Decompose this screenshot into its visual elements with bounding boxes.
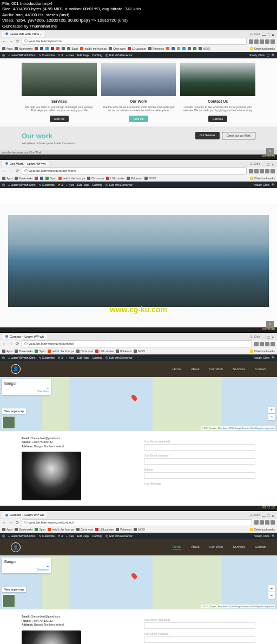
bookmark-item[interactable] <box>193 47 196 50</box>
wp-logo-icon[interactable]: ⓦ <box>2 356 5 359</box>
wp-elementor[interactable]: Ⓔ Edit with Elementor <box>105 53 133 57</box>
bookmark-item[interactable]: NOO! <box>144 177 156 180</box>
our-services-button[interactable]: Our Services <box>195 132 220 139</box>
zoom-out-button[interactable]: − <box>268 414 275 420</box>
url-input[interactable]: ⓘ youtube.learnwpw.com <box>22 38 247 45</box>
wp-avatar-icon[interactable]: ▢ <box>267 53 269 57</box>
nav-contact[interactable]: Contact <box>255 367 266 371</box>
ext-icon[interactable] <box>260 342 264 346</box>
apps-bookmark[interactable]: Apps <box>2 177 12 180</box>
bookmark-item[interactable] <box>35 177 38 180</box>
bookmark-item[interactable]: NOO! <box>134 528 145 531</box>
bookmark-item[interactable]: reddit: the front pa <box>48 528 74 531</box>
bookmark-item[interactable] <box>45 47 49 50</box>
nav-contact[interactable]: Contact <box>255 545 266 549</box>
bookmark-item[interactable] <box>56 47 60 50</box>
ext-icon[interactable] <box>249 169 253 173</box>
apps-bookmark[interactable]: Apps <box>2 350 12 353</box>
zoom-in-button[interactable]: + <box>268 585 275 592</box>
forward-icon[interactable]: → <box>9 342 13 346</box>
forward-icon[interactable]: → <box>9 169 13 173</box>
wp-new[interactable]: + New <box>66 53 74 57</box>
nav-about[interactable]: About <box>191 367 200 371</box>
bookmark-item[interactable] <box>166 47 169 50</box>
back-icon[interactable]: ← <box>2 169 6 173</box>
minimize-icon[interactable]: — <box>262 513 265 516</box>
bookmark-item[interactable]: Sport <box>35 528 45 531</box>
map-type-toggle[interactable] <box>2 594 15 607</box>
logo-icon[interactable]: 👤 <box>11 542 21 552</box>
reload-icon[interactable]: ⟳ <box>15 520 19 525</box>
close-icon[interactable]: × <box>272 162 275 165</box>
wp-search-icon[interactable]: 🔍 <box>272 534 275 538</box>
bookmark-item[interactable]: Bookmarks <box>15 177 32 180</box>
click-me-button[interactable]: Click me <box>129 116 148 122</box>
bookmark-item[interactable]: NOO! <box>134 350 145 353</box>
wp-site-link[interactable]: ⌂ Learn WP with Chris <box>8 356 36 359</box>
close-icon[interactable]: × <box>272 32 275 36</box>
bookmark-item[interactable]: Bookmarks <box>15 528 32 531</box>
wp-updates[interactable]: ⟳ 3 <box>58 183 63 186</box>
menu-icon[interactable] <box>271 169 275 173</box>
zoom-in-button[interactable]: + <box>268 407 275 413</box>
ext-icon[interactable] <box>265 39 269 44</box>
back-icon[interactable]: ← <box>2 520 6 525</box>
google-map[interactable]: Bangor ➦Directions View larger map + − ©… <box>0 377 277 431</box>
nav-home[interactable]: Home <box>173 367 181 371</box>
bookmark-item[interactable]: reddit: the front pa <box>48 350 74 353</box>
reload-icon[interactable]: ⟳ <box>15 169 19 173</box>
bookmark-item[interactable] <box>40 47 43 50</box>
wp-caching[interactable]: Caching <box>93 356 102 359</box>
menu-icon[interactable] <box>271 39 275 44</box>
back-icon[interactable]: ← <box>2 342 6 346</box>
wp-site-link[interactable]: ⌂ Learn WP with Chris <box>8 183 36 186</box>
ext-icon[interactable] <box>254 169 259 173</box>
bookmark-item[interactable]: Sport <box>45 177 56 180</box>
ext-icon[interactable] <box>260 169 264 173</box>
nav-services[interactable]: Services <box>233 545 245 549</box>
bookmark-item[interactable]: Pokemon <box>148 47 164 50</box>
maximize-icon[interactable]: □ <box>267 32 270 36</box>
wp-site-link[interactable]: ⌂ Learn WP with Chris <box>8 534 36 538</box>
apps-bookmark[interactable]: Apps <box>2 47 12 50</box>
wp-elementor[interactable]: Ⓔ Edit with Elementor <box>105 356 133 359</box>
ext-icon[interactable] <box>260 520 264 525</box>
ext-icon[interactable] <box>265 520 269 525</box>
bookmark-item[interactable] <box>188 47 191 50</box>
wp-edit-page[interactable]: Edit Page <box>77 534 89 538</box>
wp-edit-page[interactable]: Edit Page <box>77 356 89 359</box>
bookmark-item[interactable]: Pokemon <box>127 177 142 180</box>
nav-services[interactable]: Services <box>233 367 245 371</box>
ext-icon[interactable] <box>265 169 269 173</box>
bookmark-item[interactable]: Pokemon <box>116 350 131 353</box>
ext-icon[interactable] <box>254 39 259 44</box>
bookmark-item[interactable]: Sport <box>35 350 45 353</box>
wp-caching[interactable]: Caching <box>93 534 102 538</box>
logo-icon[interactable]: 👤 <box>11 364 21 374</box>
bookmark-item[interactable] <box>51 47 54 50</box>
other-bookmarks[interactable]: Other bookmarks <box>250 528 275 531</box>
ext-icon[interactable] <box>254 342 259 346</box>
wp-search-icon[interactable]: 🔍 <box>272 53 275 57</box>
url-input[interactable]: ⓘ youtube.learnwpw.com/contact/ <box>22 519 252 526</box>
name-input[interactable] <box>144 444 255 451</box>
wp-logo-icon[interactable]: ⓦ <box>2 534 5 538</box>
bookmark-item[interactable]: Chris wow <box>109 47 126 50</box>
map-type-toggle[interactable] <box>2 416 15 429</box>
other-bookmarks[interactable]: Other bookmarks <box>250 47 275 50</box>
browser-tab[interactable]: Learn WP with Chris - <box>2 31 44 37</box>
apps-bookmark[interactable]: Apps <box>2 528 12 531</box>
forward-icon[interactable]: → <box>9 39 13 44</box>
bookmark-item[interactable] <box>177 47 180 50</box>
wp-site-link[interactable]: ⌂ Learn WP with Chris <box>8 53 36 57</box>
directions-link[interactable]: ➦Directions <box>4 565 49 571</box>
wp-updates[interactable]: ⟳ 3 <box>58 53 63 57</box>
wp-customize[interactable]: ✎ Customize <box>39 534 55 538</box>
wp-howdy[interactable]: Howdy, Chris <box>254 356 269 359</box>
view-larger-link[interactable]: View larger map <box>2 408 26 414</box>
wp-elementor[interactable]: Ⓔ Edit with Elementor <box>105 534 133 538</box>
wp-howdy[interactable]: Howdy, Chris <box>254 183 269 186</box>
wp-edit-page[interactable]: Edit Page <box>77 183 89 186</box>
wp-updates[interactable]: ⟳ 3 <box>58 534 63 538</box>
close-icon[interactable]: × <box>272 513 275 516</box>
